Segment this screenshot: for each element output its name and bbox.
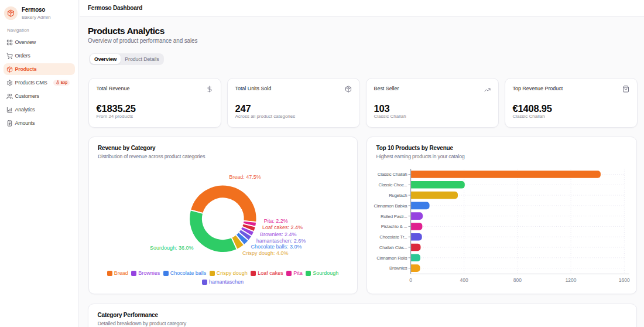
svg-text:800: 800 <box>513 277 522 283</box>
svg-text:Crispy dough: 4.0%: Crispy dough: 4.0% <box>242 250 289 256</box>
svg-text:Chocolate Tr...: Chocolate Tr... <box>379 234 407 240</box>
svg-text:Rugelach: Rugelach <box>389 193 407 198</box>
svg-text:Classic Challah: Classic Challah <box>378 172 407 177</box>
svg-text:Cinnamon Babka: Cinnamon Babka <box>374 203 407 209</box>
svg-text:1200: 1200 <box>566 277 577 283</box>
svg-text:Chocolate balls: 3.0%: Chocolate balls: 3.0% <box>251 244 302 250</box>
svg-text:Sourdough: 36.0%: Sourdough: 36.0% <box>150 245 194 251</box>
svg-text:Rolled Pastr...: Rolled Pastr... <box>381 214 407 219</box>
svg-text:Brownies: Brownies <box>389 265 407 271</box>
svg-text:Classic Choc...: Classic Choc... <box>379 182 407 188</box>
svg-text:Cinnamon Rolls: Cinnamon Rolls <box>376 256 407 261</box>
svg-text:1600: 1600 <box>619 277 630 283</box>
svg-text:Pita: 2.2%: Pita: 2.2% <box>264 218 288 224</box>
svg-text:Brownies: 2.4%: Brownies: 2.4% <box>260 231 297 237</box>
svg-text:Challah Clás...: Challah Clás... <box>379 245 407 250</box>
svg-text:0: 0 <box>409 277 412 283</box>
svg-text:hamantaschen: 2.6%: hamantaschen: 2.6% <box>256 238 306 244</box>
svg-text:Pistachio & ...: Pistachio & ... <box>381 224 407 229</box>
svg-text:Bread: 47.5%: Bread: 47.5% <box>229 174 261 180</box>
svg-text:400: 400 <box>460 277 468 283</box>
svg-text:Loaf cakes: 2.4%: Loaf cakes: 2.4% <box>262 224 303 230</box>
